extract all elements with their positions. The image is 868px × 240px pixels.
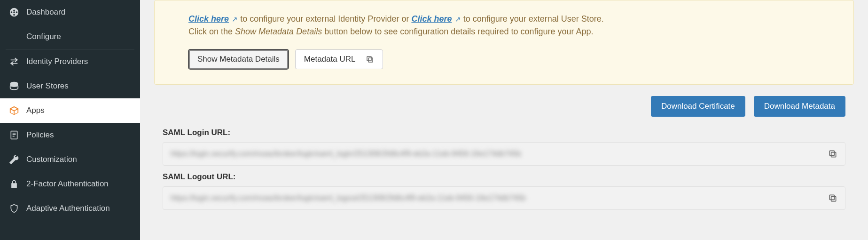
sidebar: Dashboard Configure Identity Providers U…: [0, 0, 140, 240]
svg-rect-6: [367, 56, 371, 61]
sidebar-item-adaptive-auth[interactable]: Adaptive Authentication: [0, 196, 140, 221]
external-link-icon: ↗: [230, 15, 238, 23]
exchange-icon: [8, 56, 20, 67]
sidebar-item-dashboard[interactable]: Dashboard: [0, 0, 140, 24]
show-metadata-details-button[interactable]: Show Metadata Details: [188, 49, 289, 69]
sidebar-item-policies[interactable]: Policies: [0, 123, 140, 147]
download-certificate-button[interactable]: Download Certificate: [651, 96, 745, 117]
info-box: Click here ↗ to configure your external …: [154, 0, 854, 85]
copy-saml-login-icon[interactable]: [828, 149, 837, 159]
info-text-line1: Click here ↗ to configure your external …: [188, 13, 820, 25]
metadata-url-button[interactable]: Metadata URL: [295, 49, 383, 69]
saml-login-url-value: https://login.xecurify.com/moas/broker/l…: [171, 150, 521, 158]
sidebar-item-label: Configure: [26, 32, 61, 41]
lock-icon: [8, 178, 20, 190]
wrench-icon: [8, 154, 20, 165]
saml-logout-url-label: SAML Logout URL:: [163, 172, 845, 182]
copy-saml-logout-icon[interactable]: [828, 193, 837, 203]
sidebar-item-label: User Stores: [26, 81, 69, 91]
saml-login-url-box: https://login.xecurify.com/moas/broker/l…: [163, 142, 845, 166]
sidebar-item-label: Identity Providers: [26, 57, 88, 66]
sidebar-item-label: Policies: [26, 130, 54, 140]
metadata-button-row: Show Metadata Details Metadata URL: [188, 49, 820, 69]
saml-login-url-label: SAML Login URL:: [163, 128, 845, 137]
dashboard-icon: [8, 7, 20, 18]
saml-logout-url-box: https://login.xecurify.com/moas/broker/l…: [163, 186, 845, 210]
sidebar-item-configure[interactable]: Configure: [0, 24, 140, 49]
blank-icon: [8, 31, 20, 42]
database-icon: [8, 80, 20, 92]
sidebar-item-label: Customization: [26, 155, 77, 164]
cube-icon: [8, 105, 20, 116]
sidebar-item-apps[interactable]: Apps: [0, 98, 140, 123]
sidebar-item-label: 2-Factor Authentication: [26, 179, 109, 189]
svg-rect-5: [368, 58, 373, 62]
download-row: Download Certificate Download Metadata: [154, 85, 854, 121]
external-link-icon: ↗: [453, 15, 461, 23]
svg-rect-9: [831, 197, 836, 201]
info-text-line2: Click on the Show Metadata Details butto…: [188, 25, 820, 38]
sidebar-item-2fa[interactable]: 2-Factor Authentication: [0, 172, 140, 196]
document-icon: [8, 129, 20, 141]
main-content: Click here ↗ to configure your external …: [140, 0, 868, 240]
sidebar-item-label: Adaptive Authentication: [26, 204, 110, 213]
configure-idp-link[interactable]: Click here: [188, 14, 229, 24]
configure-userstore-link[interactable]: Click here: [411, 14, 452, 24]
sidebar-item-identity-providers[interactable]: Identity Providers: [0, 49, 140, 74]
svg-rect-10: [829, 195, 834, 200]
sidebar-item-user-stores[interactable]: User Stores: [0, 74, 140, 98]
sidebar-item-customization[interactable]: Customization: [0, 147, 140, 172]
saml-logout-url-value: https://login.xecurify.com/moas/broker/l…: [171, 194, 526, 202]
sidebar-item-label: Apps: [26, 106, 45, 115]
svg-rect-7: [831, 152, 836, 157]
download-metadata-button[interactable]: Download Metadata: [754, 96, 845, 117]
shield-icon: [8, 203, 20, 214]
copy-icon: [366, 55, 374, 64]
sidebar-item-label: Dashboard: [26, 8, 65, 17]
svg-rect-8: [829, 151, 834, 155]
